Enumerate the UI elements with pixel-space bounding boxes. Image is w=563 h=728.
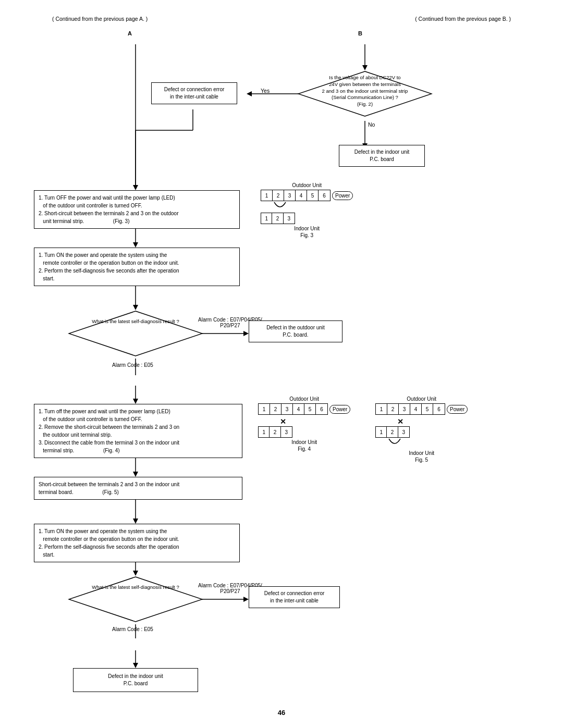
box-defect-indoor-pc2: Defect in the indoor unitP.C. board [73, 668, 198, 692]
diamond-diag1: What is the latest self-diagnosis result… [68, 310, 203, 357]
box-turn-off1: 1. Turn OFF the power and wait until the… [34, 190, 240, 229]
box-turn-on2-text: 1. Turn ON the power and operate the sys… [39, 528, 179, 558]
outdoor-unit-label2: Outdoor Unit [258, 396, 350, 402]
diamond-diag1-text: What is the latest self-diagnosis result… [92, 318, 179, 324]
terminal-fig4: Outdoor Unit 1 2 3 4 5 6 Power ✕ 1 2 3 [258, 396, 350, 452]
indoor-unit-label1: Indoor Unit [261, 226, 353, 231]
terminal-fig3: Outdoor Unit 1 2 3 4 5 6 Power 1 [261, 182, 353, 238]
diamond-voltage-text: Is the voltage of about DC22V to24V give… [322, 75, 408, 107]
box-short-circuit: Short-circuit between the terminals 2 an… [34, 477, 242, 500]
svg-marker-30 [133, 663, 138, 668]
box-defect-inter2-text: Defect or connection errorin the inter-u… [264, 590, 325, 603]
svg-marker-1 [133, 185, 138, 190]
box-turn-off1-text: 1. Turn OFF the power and wait until the… [39, 195, 179, 224]
svg-marker-27 [243, 597, 249, 602]
svg-marker-14 [133, 305, 138, 310]
svg-marker-3 [362, 65, 368, 70]
alarm-e05-1-text: Alarm Code : E05 [112, 362, 153, 368]
indoor-unit-label3: Indoor Unit [375, 450, 468, 456]
alarm-e05-2-text: Alarm Code : E05 [112, 626, 153, 632]
box-defect-outdoor-pc1-text: Defect in the outdoor unitP.C. board. [266, 325, 325, 338]
diamond-voltage: Is the voltage of about DC22V to24V give… [297, 70, 433, 117]
indoor-unit-label2: Indoor Unit [258, 439, 350, 445]
box-turn-off2-text: 1. Turn off the power and wait until the… [39, 409, 179, 453]
label-b: B [358, 30, 362, 36]
diamond-diag2: What is the latest self-diagnosis result… [68, 576, 203, 623]
box-defect-inter2: Defect or connection errorin the inter-u… [249, 586, 340, 608]
box-defect-indoor-pc2-text: Defect in the indoor unitP.C. board [108, 673, 163, 686]
svg-marker-16 [243, 331, 249, 336]
label-a: A [128, 30, 132, 36]
box-turn-on2: 1. Turn ON the power and operate the sys… [34, 524, 240, 562]
diamond-diag2-text: What is the latest self-diagnosis result… [92, 584, 179, 590]
svg-marker-23 [133, 519, 138, 524]
box-short-circuit-text: Short-circuit between the terminals 2 an… [39, 482, 179, 495]
box-turn-off2: 1. Turn off the power and wait until the… [34, 404, 242, 458]
box-defect-inter1: Defect or connection errorin the inter-u… [151, 82, 237, 104]
fig5-label: Fig. 5 [375, 457, 468, 463]
page-number: 46 [21, 709, 542, 717]
svg-marker-25 [133, 571, 138, 576]
svg-text:✕: ✕ [397, 417, 403, 426]
label-no: No [368, 121, 375, 128]
terminal-fig5: Outdoor Unit 1 2 3 4 5 6 Power ✕ 1 2 [375, 396, 468, 463]
box-defect-indoor-pc1: Defect in the indoor unitP.C. board [339, 145, 425, 167]
label-yes: Yes [261, 88, 270, 94]
outdoor-unit-label3: Outdoor Unit [375, 396, 468, 402]
flowchart-area: A B Is the voltage of about DC22V to24V … [21, 26, 542, 698]
alarm-e05-2-label: Alarm Code : E05 [112, 626, 153, 632]
alarm-e05-1-label: Alarm Code : E05 [112, 362, 153, 368]
fig4-label: Fig. 4 [258, 446, 350, 452]
box-turn-on1-text: 1. Turn ON the power and operate the sys… [39, 252, 179, 281]
outdoor-unit-label1: Outdoor Unit [261, 182, 353, 188]
box-defect-indoor-pc1-text: Defect in the indoor unitP.C. board [354, 149, 410, 162]
svg-text:✕: ✕ [280, 417, 286, 426]
continued-label-a: ( Continued from the previous page A. ) [52, 16, 148, 22]
box-turn-on1: 1. Turn ON the power and operate the sys… [34, 248, 240, 286]
page: ( Continued from the previous page A. ) … [0, 0, 563, 728]
svg-marker-21 [133, 472, 138, 477]
svg-marker-12 [133, 242, 138, 248]
fig3-label: Fig. 3 [261, 232, 353, 238]
svg-marker-19 [133, 399, 138, 404]
box-defect-inter1-text: Defect or connection errorin the inter-u… [164, 87, 225, 100]
continued-label-b: ( Continued from the previous page B. ) [415, 16, 511, 22]
box-defect-outdoor-pc1: Defect in the outdoor unitP.C. board. [249, 320, 342, 342]
svg-marker-5 [247, 91, 252, 96]
